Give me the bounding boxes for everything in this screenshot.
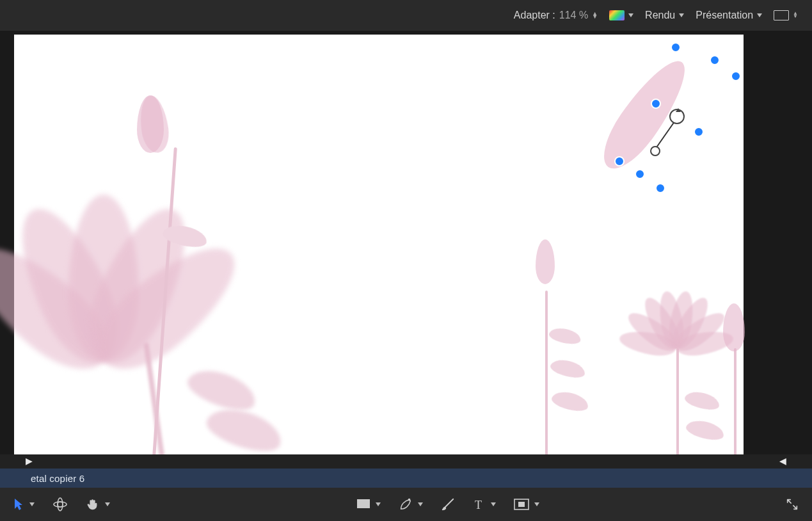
chevron-down-icon [376, 502, 381, 506]
select-tool[interactable] [13, 497, 35, 511]
text-tool-icon: T [473, 498, 486, 511]
timeline-ruler[interactable]: ▶ ◀ [0, 454, 812, 469]
top-toolbar: Adapter : 114 % ▲▼ Rendu Présentation ▲▼ [0, 0, 812, 31]
svg-rect-3 [357, 499, 370, 508]
transform-handle[interactable] [710, 55, 720, 65]
flower-leaf [549, 357, 587, 381]
pan-tool[interactable] [86, 497, 110, 511]
bottom-toolbar: T [0, 488, 812, 521]
flower-leaf [683, 389, 721, 413]
svg-point-1 [54, 502, 67, 507]
svg-point-0 [58, 502, 63, 507]
rectangle-tool-icon [356, 499, 370, 510]
zoom-control[interactable]: Adapter : 114 % ▲▼ [514, 10, 598, 21]
flower-stem [676, 348, 679, 454]
shape-tool[interactable] [356, 499, 381, 510]
out-point-icon[interactable]: ◀ [779, 456, 786, 466]
transform-handle[interactable] [731, 71, 741, 81]
color-channels-icon [609, 10, 625, 20]
render-dropdown[interactable]: Rendu [645, 10, 684, 21]
transform-handle[interactable] [614, 156, 625, 166]
3d-transform-tool[interactable] [52, 497, 68, 512]
svg-point-2 [58, 498, 63, 511]
transform-handle[interactable] [694, 127, 704, 137]
zoom-value: 114 % [559, 10, 588, 21]
svg-text:T: T [475, 499, 482, 511]
canvas[interactable] [14, 35, 744, 454]
rotation-handle-icon[interactable] [669, 109, 685, 124]
pen-tool[interactable] [399, 497, 423, 511]
pen-tool-icon [399, 497, 413, 511]
aspect-ratio-icon [774, 10, 789, 20]
zoom-label: Adapter : [514, 10, 555, 21]
chevron-down-icon [491, 502, 496, 506]
orbit-3d-icon [52, 497, 68, 512]
brush-tool[interactable] [441, 497, 455, 511]
svg-point-4 [408, 499, 410, 501]
chevron-down-icon [534, 502, 539, 506]
presentation-label: Présentation [696, 10, 753, 21]
transform-handle[interactable] [651, 99, 661, 109]
mask-tool[interactable] [514, 499, 539, 510]
color-channels-dropdown[interactable] [609, 10, 633, 20]
brush-tool-icon [441, 497, 455, 511]
mini-timeline-layer[interactable]: etal copier 6 [0, 469, 812, 488]
chevron-down-icon [628, 13, 633, 17]
aspect-stepper-icon: ▲▼ [793, 12, 798, 19]
flower-leaf [550, 389, 591, 413]
mask-tool-icon [514, 499, 529, 510]
chevron-down-icon [418, 502, 423, 506]
hand-pan-icon [86, 497, 100, 511]
flower-stem [545, 291, 548, 454]
anchor-point[interactable] [650, 146, 660, 156]
transform-handle[interactable] [671, 42, 681, 52]
canvas-area[interactable] [0, 31, 812, 454]
text-tool[interactable]: T [473, 498, 496, 511]
flower-leaf [548, 326, 582, 346]
flower-leaf [685, 417, 726, 443]
in-point-icon[interactable]: ▶ [26, 456, 33, 466]
flower-bud [536, 239, 555, 284]
chevron-down-icon [757, 13, 762, 17]
layer-name-label: etal copier 6 [31, 473, 84, 484]
transform-handle[interactable] [655, 183, 665, 193]
chevron-down-icon [105, 502, 110, 506]
presentation-dropdown[interactable]: Présentation [696, 10, 762, 21]
fullscreen-toggle[interactable] [785, 497, 799, 511]
svg-rect-7 [518, 502, 525, 507]
arrow-cursor-icon [13, 497, 24, 511]
flower-leaf [184, 363, 260, 417]
flower-stem [734, 348, 736, 454]
chevron-down-icon [679, 13, 684, 17]
expand-fullscreen-icon [785, 497, 799, 511]
chevron-down-icon [29, 502, 35, 506]
zoom-stepper-icon[interactable]: ▲▼ [592, 12, 598, 19]
transform-handle[interactable] [635, 169, 645, 179]
render-label: Rendu [645, 10, 675, 21]
flower-bud [723, 303, 745, 351]
aspect-ratio-dropdown[interactable]: ▲▼ [774, 10, 798, 20]
